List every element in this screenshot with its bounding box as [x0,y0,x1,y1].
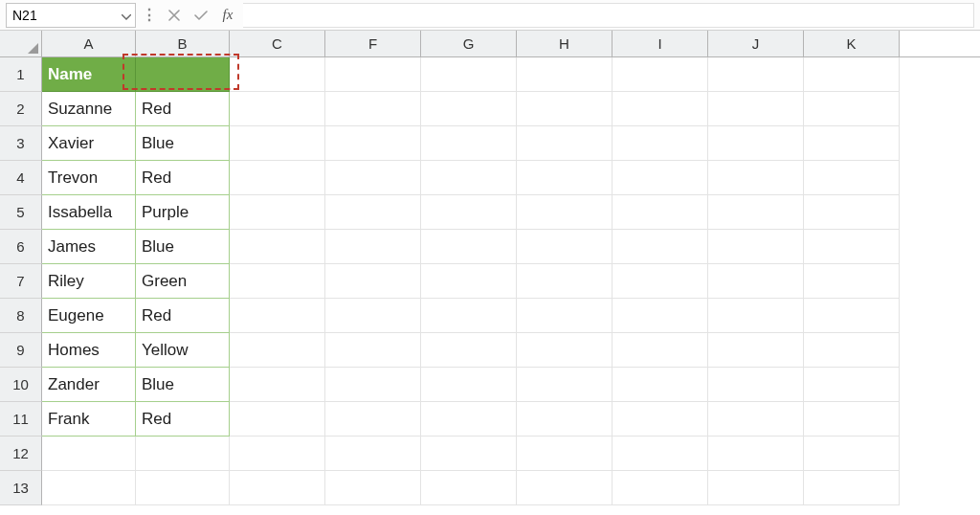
column-header-H[interactable]: H [517,31,612,56]
cell-F3[interactable] [325,126,421,161]
cell-H1[interactable] [517,57,612,92]
cell-B5[interactable]: Purple [136,195,230,230]
select-all-corner[interactable] [0,31,42,56]
row-header-5[interactable]: 5 [0,195,42,230]
cell-G12[interactable] [421,437,517,471]
cell-I9[interactable] [612,333,708,368]
cell-B3[interactable]: Blue [136,126,230,161]
cell-G9[interactable] [421,333,517,368]
cell-I11[interactable] [612,402,708,437]
cell-G8[interactable] [421,299,517,333]
row-header-12[interactable]: 12 [0,437,42,471]
cell-H5[interactable] [517,195,612,230]
row-header-4[interactable]: 4 [0,161,42,195]
cell-B6[interactable]: Blue [136,230,230,264]
cell-A11[interactable]: Frank [42,402,136,437]
column-header-J[interactable]: J [708,31,804,56]
cell-C4[interactable] [230,161,325,195]
cell-K7[interactable] [804,264,900,299]
cell-C13[interactable] [230,471,325,505]
cell-F1[interactable] [325,57,421,92]
cell-I6[interactable] [612,230,708,264]
cell-F6[interactable] [325,230,421,264]
cell-F12[interactable] [325,437,421,471]
cell-J11[interactable] [708,402,804,437]
cell-H12[interactable] [517,437,612,471]
cell-F8[interactable] [325,299,421,333]
cell-B10[interactable]: Blue [136,368,230,402]
cell-B13[interactable] [136,471,230,505]
cell-A7[interactable]: Riley [42,264,136,299]
cell-H10[interactable] [517,368,612,402]
column-header-C[interactable]: C [230,31,325,56]
cell-G4[interactable] [421,161,517,195]
cell-G1[interactable] [421,57,517,92]
cell-B12[interactable] [136,437,230,471]
cell-I12[interactable] [612,437,708,471]
column-header-B[interactable]: B [136,31,230,56]
row-header-6[interactable]: 6 [0,230,42,264]
cell-G3[interactable] [421,126,517,161]
cell-F4[interactable] [325,161,421,195]
cell-J13[interactable] [708,471,804,505]
cell-C12[interactable] [230,437,325,471]
cell-A8[interactable]: Eugene [42,299,136,333]
cell-I1[interactable] [612,57,708,92]
cell-C11[interactable] [230,402,325,437]
cell-H4[interactable] [517,161,612,195]
cell-K11[interactable] [804,402,900,437]
cell-K4[interactable] [804,161,900,195]
formula-input[interactable] [243,3,974,28]
row-header-3[interactable]: 3 [0,126,42,161]
cell-H9[interactable] [517,333,612,368]
cell-F13[interactable] [325,471,421,505]
cell-A4[interactable]: Trevon [42,161,136,195]
cell-G13[interactable] [421,471,517,505]
cell-C1[interactable] [230,57,325,92]
cell-C6[interactable] [230,230,325,264]
enter-button[interactable] [189,4,212,27]
cell-J4[interactable] [708,161,804,195]
cell-B2[interactable]: Red [136,92,230,126]
cell-K1[interactable] [804,57,900,92]
cell-I4[interactable] [612,161,708,195]
cell-A1[interactable]: Name [42,57,136,92]
cell-A10[interactable]: Zander [42,368,136,402]
cell-C5[interactable] [230,195,325,230]
cancel-button[interactable] [163,4,186,27]
cell-G10[interactable] [421,368,517,402]
cell-J9[interactable] [708,333,804,368]
row-header-2[interactable]: 2 [0,92,42,126]
row-header-9[interactable]: 9 [0,333,42,368]
cell-K3[interactable] [804,126,900,161]
column-header-A[interactable]: A [42,31,136,56]
cell-K9[interactable] [804,333,900,368]
cell-J12[interactable] [708,437,804,471]
cell-C8[interactable] [230,299,325,333]
cell-H2[interactable] [517,92,612,126]
cell-I8[interactable] [612,299,708,333]
cell-C10[interactable] [230,368,325,402]
row-header-11[interactable]: 11 [0,402,42,437]
row-header-8[interactable]: 8 [0,299,42,333]
cell-H6[interactable] [517,230,612,264]
cell-F5[interactable] [325,195,421,230]
cell-J5[interactable] [708,195,804,230]
cell-A5[interactable]: Issabella [42,195,136,230]
cell-B1[interactable] [136,57,230,92]
cell-K2[interactable] [804,92,900,126]
cell-I2[interactable] [612,92,708,126]
cell-J2[interactable] [708,92,804,126]
cell-H7[interactable] [517,264,612,299]
cell-K12[interactable] [804,437,900,471]
cell-C7[interactable] [230,264,325,299]
row-header-7[interactable]: 7 [0,264,42,299]
cell-J1[interactable] [708,57,804,92]
insert-function-button[interactable]: fx [216,4,239,27]
cell-C2[interactable] [230,92,325,126]
cell-G7[interactable] [421,264,517,299]
cell-B8[interactable]: Red [136,299,230,333]
cell-F9[interactable] [325,333,421,368]
cell-I13[interactable] [612,471,708,505]
cell-A13[interactable] [42,471,136,505]
